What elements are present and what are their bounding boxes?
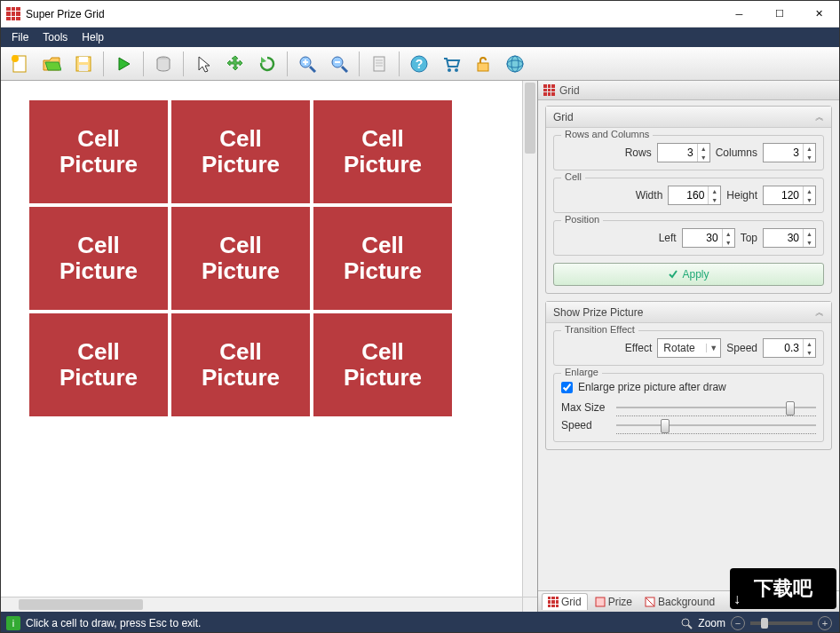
top-input[interactable]: ▲▼ [763, 228, 816, 248]
tab-prize[interactable]: Prize [590, 594, 638, 610]
svg-point-22 [507, 56, 523, 72]
menu-tools[interactable]: Tools [36, 29, 75, 45]
check-icon [668, 269, 678, 280]
properties-panel: Grid Grid ︽ Rows and Columns Rows ▲▼ Col… [537, 81, 839, 612]
watermark-logo: ↓ 下载吧 [730, 568, 836, 609]
section-show-prize: Show Prize Picture ︽ Transition Effect E… [545, 301, 832, 450]
window-title: Super Prize Grid [26, 8, 719, 20]
unlock-button[interactable] [468, 50, 498, 78]
grid-cell[interactable]: CellPicture [170, 99, 312, 205]
svg-rect-3 [79, 57, 88, 62]
page-button[interactable] [364, 50, 394, 78]
svg-rect-21 [478, 63, 488, 71]
maximize-button[interactable]: ☐ [759, 1, 799, 28]
canvas-hscroll[interactable] [1, 597, 522, 612]
tab-grid[interactable]: Grid [542, 593, 588, 610]
menu-help[interactable]: Help [75, 29, 111, 45]
height-input[interactable]: ▲▼ [763, 186, 816, 205]
help-button[interactable]: ? [404, 50, 434, 78]
move-button[interactable] [220, 50, 250, 78]
app-icon [6, 7, 20, 21]
grid-cell[interactable]: CellPicture [170, 205, 312, 312]
enlarge-speed-slider[interactable] [616, 416, 816, 434]
open-button[interactable] [36, 50, 67, 78]
toolbar: ? [1, 47, 839, 81]
chevron-up-icon: ︽ [815, 306, 824, 319]
background-icon [645, 597, 655, 607]
effect-combo[interactable]: Rotate▼ [657, 338, 721, 358]
svg-line-7 [310, 67, 315, 72]
zoom-in-button[interactable]: + [818, 616, 832, 630]
svg-rect-4 [79, 65, 88, 71]
info-icon: i [6, 616, 20, 630]
title-bar: Super Prize Grid ─ ☐ ✕ [1, 1, 839, 28]
panel-header: Grid [538, 81, 839, 100]
svg-line-11 [342, 67, 347, 72]
grid-cell[interactable]: CellPicture [28, 205, 170, 312]
zoom-out-button[interactable]: − [731, 616, 745, 630]
grid-cell[interactable]: CellPicture [312, 99, 454, 205]
panel-title: Grid [559, 84, 580, 97]
svg-line-29 [688, 625, 692, 629]
magnifier-icon [680, 617, 693, 629]
speed-input[interactable]: ▲▼ [763, 338, 816, 358]
section-grid: Grid ︽ Rows and Columns Rows ▲▼ Columns … [545, 106, 832, 294]
grid-cell[interactable]: CellPicture [170, 312, 312, 418]
status-text: Click a cell to draw, press Esc to exit. [26, 617, 201, 629]
maxsize-slider[interactable] [616, 399, 816, 416]
left-input[interactable]: ▲▼ [682, 228, 735, 248]
svg-rect-13 [374, 57, 384, 71]
columns-input[interactable]: ▲▼ [763, 143, 816, 162]
grid-cell[interactable]: CellPicture [28, 99, 170, 205]
enlarge-checkbox[interactable] [561, 382, 573, 393]
cart-button[interactable] [436, 50, 466, 78]
rotate-button[interactable] [252, 50, 282, 78]
grid-cell[interactable]: CellPicture [28, 312, 170, 418]
zoom-out-button[interactable] [324, 50, 354, 78]
grid-cell[interactable]: CellPicture [312, 312, 454, 418]
zoom-slider[interactable] [750, 621, 812, 625]
canvas-vscroll[interactable] [522, 81, 537, 597]
section-show-header[interactable]: Show Prize Picture ︽ [546, 302, 831, 323]
zoom-label: Zoom [698, 617, 725, 629]
zoom-in-button[interactable] [292, 50, 322, 78]
globe-button[interactable] [500, 50, 530, 78]
svg-text:?: ? [416, 57, 424, 71]
prize-icon [595, 597, 606, 607]
prize-grid: CellPicture CellPicture CellPicture Cell… [28, 99, 454, 418]
width-input[interactable]: ▲▼ [668, 186, 721, 205]
menu-bar: File Tools Help [1, 28, 839, 47]
status-bar: i Click a cell to draw, press Esc to exi… [1, 612, 839, 633]
svg-point-19 [448, 68, 451, 72]
play-button[interactable] [108, 50, 139, 78]
close-button[interactable]: ✕ [799, 1, 839, 28]
svg-point-28 [682, 619, 689, 626]
svg-rect-25 [596, 597, 605, 606]
chevron-up-icon: ︽ [815, 111, 824, 123]
grid-icon [543, 84, 555, 96]
grid-cell[interactable]: CellPicture [312, 205, 454, 312]
svg-point-20 [455, 68, 458, 72]
save-button[interactable] [68, 50, 99, 78]
cursor-button[interactable] [188, 50, 218, 78]
canvas[interactable]: CellPicture CellPicture CellPicture Cell… [1, 81, 522, 597]
canvas-area: CellPicture CellPicture CellPicture Cell… [1, 81, 537, 612]
tab-background[interactable]: Background [639, 594, 720, 610]
new-button[interactable] [4, 50, 35, 78]
apply-button[interactable]: Apply [553, 263, 824, 286]
section-grid-header[interactable]: Grid ︽ [546, 107, 831, 128]
database-button[interactable] [148, 50, 178, 78]
rows-input[interactable]: ▲▼ [657, 143, 710, 162]
grid-icon [548, 597, 559, 607]
svg-point-1 [12, 55, 19, 62]
minimize-button[interactable]: ─ [719, 1, 759, 28]
menu-file[interactable]: File [4, 29, 36, 45]
